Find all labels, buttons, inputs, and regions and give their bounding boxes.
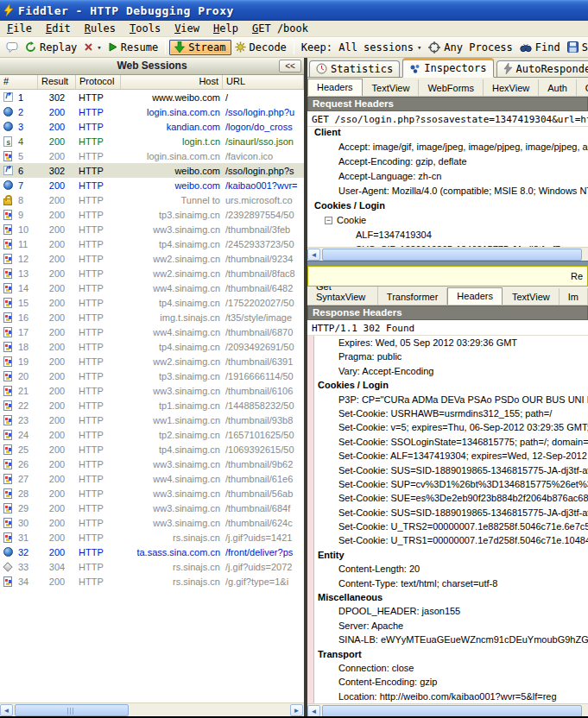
menu-item-view[interactable]: View <box>168 21 206 36</box>
tab-textview[interactable]: TextView <box>364 79 420 96</box>
session-row[interactable]: 9200HTTPtp3.sinaimg.cn/2392897554/50 <box>0 207 304 222</box>
menu-item-get-book[interactable]: GET /book <box>245 21 315 36</box>
collapse-panel-button[interactable]: << <box>279 60 301 72</box>
column-header-num[interactable]: # <box>0 75 38 89</box>
tab-inspectors[interactable]: Inspectors <box>402 58 493 78</box>
tab-textview[interactable]: TextView <box>503 288 560 305</box>
sessions-horizontal-scrollbar: ◄ ► <box>0 702 304 716</box>
image-icon <box>3 268 12 279</box>
tab-statistics[interactable]: Statistics <box>309 60 400 77</box>
session-row[interactable]: 10200HTTPww3.sinaimg.cn/thumbnail/3feb <box>0 222 304 236</box>
session-row[interactable]: 28200HTTPww3.sinaimg.cn/thumbnail/56ab <box>0 486 304 501</box>
session-row[interactable]: 13200HTTPww2.sinaimg.cn/thumbnail/8fac8 <box>0 266 304 280</box>
session-row[interactable]: 26200HTTPww3.sinaimg.cn/thumbnail/9b62 <box>0 457 304 471</box>
tab-headers[interactable]: Headers <box>447 287 503 305</box>
delete-dropdown-caret[interactable]: ▾ <box>97 43 101 52</box>
session-row[interactable]: 2200HTTPlogin.sina.com.cn/sso/login.php?… <box>0 104 304 119</box>
session-row[interactable]: 21200HTTPww3.sinaimg.cn/thumbnail/6106 <box>0 383 304 398</box>
menu-item-help[interactable]: Help <box>206 21 245 36</box>
header-line: Set-Cookie: SUS=SID-1889019865-134681577… <box>314 506 588 520</box>
tab-c[interactable]: C <box>577 79 588 96</box>
scroll-left-arrow[interactable]: ◄ <box>307 249 320 261</box>
url: /2392897554/50 <box>223 210 304 220</box>
session-icon-cell <box>0 518 16 528</box>
save-button[interactable]: Save <box>564 40 588 55</box>
session-row[interactable]: 7200HTTPweibo.com/kaibao001?wvr= <box>0 178 304 192</box>
session-row[interactable]: 30200HTTPww3.sinaimg.cn/thumbnail/624c <box>0 515 304 530</box>
session-row[interactable]: 17200HTTPww4.sinaimg.cn/thumbnail/6870 <box>0 324 304 339</box>
session-row[interactable]: 5200HTTPlogin.sina.com.cn/favicon.ico <box>0 148 304 163</box>
session-row[interactable]: 34200HTTPrs.sinajs.cn/g.gif?type=1&i <box>0 574 304 589</box>
collapse-box[interactable]: − <box>325 217 332 224</box>
toolbar-separator <box>294 40 294 54</box>
host: kandian.com <box>121 122 223 132</box>
session-row[interactable]: 29200HTTPww3.sinaimg.cn/thumbnail/684f <box>0 501 304 515</box>
decode-button[interactable]: Decode <box>231 40 290 55</box>
tab-autoresponder[interactable]: AutoResponder <box>496 60 588 77</box>
session-row[interactable]: 4200HTTPlogin.t.cn/sinaurl/sso.json <box>0 134 304 148</box>
session-row[interactable]: 33304HTTPrs.sinajs.cn/j.gif?uids=2072 <box>0 559 304 574</box>
header-line: Set-Cookie: U_TRS1=00000007.1e7d258f.504… <box>314 533 588 547</box>
sessions-column-header: # Result Protocol Host URL <box>0 75 304 90</box>
session-row[interactable]: 8200HTTPTunnel tours.microsoft.co <box>0 192 304 207</box>
session-row[interactable]: 31200HTTPrs.sinajs.cn/j.gif?uids=1421 <box>0 530 304 545</box>
column-header-url[interactable]: URL <box>223 75 304 89</box>
menu-item-rules[interactable]: Rules <box>78 21 123 36</box>
column-header-result[interactable]: Result <box>38 75 76 89</box>
session-row[interactable]: 3200HTTPkandian.com/logon/do_cross <box>0 119 304 134</box>
session-row[interactable]: 25200HTTPtp4.sinaimg.cn/1069392615/50 <box>0 442 304 457</box>
request-headers-tree: ClientAccept: image/gif, image/jpeg, ima… <box>307 127 588 247</box>
session-row[interactable]: 27200HTTPww4.sinaimg.cn/thumbnail/61e6 <box>0 471 304 486</box>
session-row[interactable]: 22200HTTPtp1.sinaimg.cn/1448858232/50 <box>0 398 304 413</box>
tab-hexview[interactable]: HexView <box>484 79 539 96</box>
result-code: 302 <box>38 166 76 176</box>
session-row[interactable]: 23200HTTPww1.sinaimg.cn/thumbnail/93b8 <box>0 413 304 427</box>
keep-sessions-dropdown[interactable]: Keep: All sessions ▾ <box>298 40 425 55</box>
scroll-left-arrow[interactable]: ◄ <box>307 705 320 716</box>
session-row[interactable]: 15200HTTPtp4.sinaimg.cn/1752202027/50 <box>0 295 304 310</box>
scrollbar-thumb[interactable] <box>322 705 582 716</box>
comment-button[interactable] <box>3 40 22 54</box>
replay-button[interactable]: Replay <box>22 40 80 55</box>
menu-item-tools[interactable]: Tools <box>123 21 168 36</box>
session-row[interactable]: 6302HTTPweibo.com/sso/login.php?s <box>0 163 304 178</box>
decode-label: Decode <box>250 41 287 54</box>
session-row[interactable]: 1302HTTPwww.weibo.com/ <box>0 90 304 104</box>
column-header-protocol[interactable]: Protocol <box>76 75 121 89</box>
tab-transformer[interactable]: Transformer <box>378 288 448 305</box>
protocol: HTTP <box>76 107 121 117</box>
session-row[interactable]: 19200HTTPww2.sinaimg.cn/thumbnail/6391 <box>0 354 304 368</box>
resume-button[interactable]: Resume <box>105 40 161 55</box>
scrollbar-thumb[interactable] <box>15 704 129 716</box>
encoding-notice-bar[interactable]: Re <box>307 266 588 287</box>
header-line: Set-Cookie: SUS=SID-1889019865-134681577… <box>314 463 588 477</box>
session-row[interactable]: 20200HTTPtp3.sinaimg.cn/1916666114/50 <box>0 368 304 383</box>
session-row[interactable]: 11200HTTPtp4.sinaimg.cn/2452933723/50 <box>0 236 304 251</box>
any-process-button[interactable]: Any Process <box>425 40 515 55</box>
session-row[interactable]: 12200HTTPww2.sinaimg.cn/thumbnail/9234 <box>0 251 304 266</box>
menu-item-file[interactable]: File <box>0 21 39 36</box>
scroll-right-arrow[interactable]: ► <box>290 704 303 716</box>
column-header-host[interactable]: Host <box>121 75 223 89</box>
session-row[interactable]: 14200HTTPww4.sinaimg.cn/thumbnail/6482 <box>0 280 304 295</box>
scrollbar-thumb[interactable] <box>322 249 582 261</box>
delete-button[interactable]: ▾ <box>80 41 104 54</box>
scroll-left-arrow[interactable]: ◄ <box>0 704 13 716</box>
menu-item-edit[interactable]: Edit <box>39 21 78 36</box>
session-row[interactable]: 18200HTTPtp4.sinaimg.cn/2093492691/50 <box>0 339 304 354</box>
tab-im[interactable]: Im <box>560 288 588 305</box>
toolbar-separator <box>165 40 166 54</box>
find-button[interactable]: Find <box>516 40 564 55</box>
session-row[interactable]: 24200HTTPtp2.sinaimg.cn/1657101625/50 <box>0 427 304 442</box>
tab-headers[interactable]: Headers <box>307 79 363 96</box>
redirect-icon <box>3 92 13 102</box>
header-line: SINA-LB: eWYyMTEuaGEueWZncm91cDEuYmoubG9… <box>314 633 588 646</box>
session-row[interactable]: 32200HTTPta.sass.sina.com.cn/front/deliv… <box>0 545 304 559</box>
result-code: 200 <box>38 298 76 308</box>
tab-auth[interactable]: Auth <box>539 79 577 96</box>
protocol: HTTP <box>76 386 121 396</box>
stream-toggle-button[interactable]: Stream <box>169 40 231 55</box>
session-number: 33 <box>16 562 38 572</box>
tab-webforms[interactable]: WebForms <box>419 79 484 96</box>
session-row[interactable]: 16200HTTPimg.t.sinajs.cn/t35/style/image <box>0 310 304 324</box>
